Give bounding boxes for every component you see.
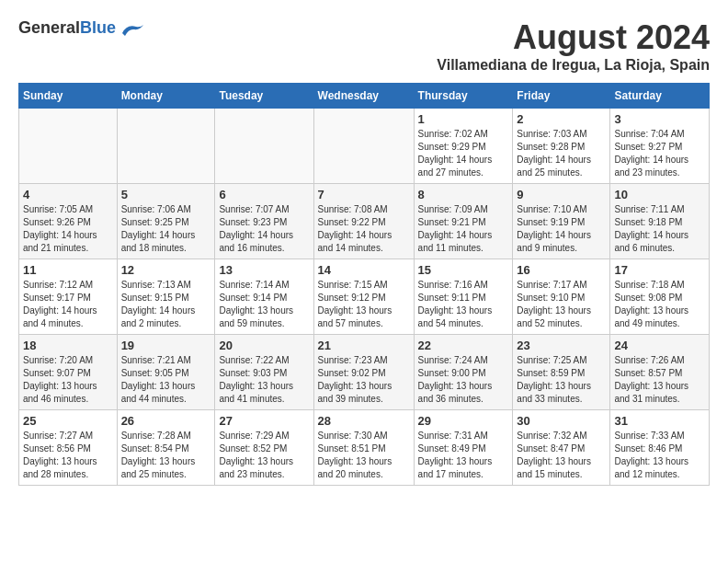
- calendar-body: 1Sunrise: 7:02 AM Sunset: 9:29 PM Daylig…: [19, 109, 710, 486]
- day-number: 13: [219, 263, 309, 277]
- month-title: August 2024: [437, 18, 710, 57]
- day-info: Sunrise: 7:23 AM Sunset: 9:02 PM Dayligh…: [318, 354, 410, 406]
- day-info: Sunrise: 7:13 AM Sunset: 9:15 PM Dayligh…: [121, 279, 211, 330]
- day-number: 15: [418, 263, 509, 277]
- calendar-cell: 6Sunrise: 7:07 AM Sunset: 9:23 PM Daylig…: [215, 184, 313, 259]
- calendar-cell: 19Sunrise: 7:21 AM Sunset: 9:05 PM Dayli…: [117, 335, 215, 410]
- calendar-cell: 23Sunrise: 7:25 AM Sunset: 8:59 PM Dayli…: [513, 335, 610, 410]
- day-number: 27: [219, 414, 309, 428]
- logo: GeneralBlue: [18, 18, 145, 38]
- calendar-cell: 13Sunrise: 7:14 AM Sunset: 9:14 PM Dayli…: [215, 259, 313, 335]
- day-info: Sunrise: 7:05 AM Sunset: 9:26 PM Dayligh…: [23, 203, 113, 255]
- day-info: Sunrise: 7:21 AM Sunset: 9:05 PM Dayligh…: [121, 354, 211, 406]
- day-info: Sunrise: 7:11 AM Sunset: 9:18 PM Dayligh…: [614, 203, 705, 255]
- day-number: 23: [517, 339, 606, 352]
- day-number: 16: [517, 263, 606, 277]
- calendar-week-row: 18Sunrise: 7:20 AM Sunset: 9:07 PM Dayli…: [19, 335, 710, 410]
- day-number: 17: [614, 263, 705, 277]
- day-number: 21: [318, 339, 410, 352]
- day-info: Sunrise: 7:06 AM Sunset: 9:25 PM Dayligh…: [121, 203, 211, 255]
- day-number: 22: [418, 339, 509, 352]
- day-info: Sunrise: 7:12 AM Sunset: 9:17 PM Dayligh…: [23, 279, 113, 330]
- day-info: Sunrise: 7:31 AM Sunset: 8:49 PM Dayligh…: [418, 430, 509, 481]
- day-number: 28: [318, 414, 410, 428]
- day-info: Sunrise: 7:32 AM Sunset: 8:47 PM Dayligh…: [517, 430, 606, 481]
- logo-blue: Blue: [80, 18, 116, 37]
- day-info: Sunrise: 7:26 AM Sunset: 8:57 PM Dayligh…: [614, 354, 705, 406]
- day-number: 11: [23, 263, 113, 277]
- page-header: GeneralBlue August 2024 Villamediana de …: [18, 18, 710, 74]
- day-info: Sunrise: 7:02 AM Sunset: 9:29 PM Dayligh…: [418, 128, 509, 179]
- calendar-cell: 14Sunrise: 7:15 AM Sunset: 9:12 PM Dayli…: [313, 259, 414, 335]
- title-section: August 2024 Villamediana de Iregua, La R…: [437, 18, 710, 74]
- calendar-cell: 24Sunrise: 7:26 AM Sunset: 8:57 PM Dayli…: [610, 335, 710, 410]
- day-info: Sunrise: 7:24 AM Sunset: 9:00 PM Dayligh…: [418, 354, 509, 406]
- calendar-cell: 8Sunrise: 7:09 AM Sunset: 9:21 PM Daylig…: [414, 184, 513, 259]
- day-info: Sunrise: 7:08 AM Sunset: 9:22 PM Dayligh…: [318, 203, 410, 255]
- calendar-cell: 22Sunrise: 7:24 AM Sunset: 9:00 PM Dayli…: [414, 335, 513, 410]
- calendar-cell: 1Sunrise: 7:02 AM Sunset: 9:29 PM Daylig…: [414, 109, 513, 184]
- day-info: Sunrise: 7:07 AM Sunset: 9:23 PM Dayligh…: [219, 203, 309, 255]
- day-info: Sunrise: 7:28 AM Sunset: 8:54 PM Dayligh…: [121, 430, 211, 481]
- logo-general: General: [18, 18, 80, 37]
- day-info: Sunrise: 7:33 AM Sunset: 8:46 PM Dayligh…: [614, 430, 705, 481]
- calendar-cell: 26Sunrise: 7:28 AM Sunset: 8:54 PM Dayli…: [117, 410, 215, 486]
- calendar-cell: [19, 109, 118, 184]
- calendar-cell: 12Sunrise: 7:13 AM Sunset: 9:15 PM Dayli…: [117, 259, 215, 335]
- day-number: 26: [121, 414, 211, 428]
- day-number: 12: [121, 263, 211, 277]
- weekday-header-tuesday: Tuesday: [215, 84, 313, 109]
- day-number: 24: [614, 339, 705, 352]
- day-info: Sunrise: 7:27 AM Sunset: 8:56 PM Dayligh…: [23, 430, 113, 481]
- weekday-header-thursday: Thursday: [414, 84, 513, 109]
- calendar-week-row: 11Sunrise: 7:12 AM Sunset: 9:17 PM Dayli…: [19, 259, 710, 335]
- calendar-cell: 2Sunrise: 7:03 AM Sunset: 9:28 PM Daylig…: [513, 109, 610, 184]
- calendar-cell: 30Sunrise: 7:32 AM Sunset: 8:47 PM Dayli…: [513, 410, 610, 486]
- calendar-cell: 27Sunrise: 7:29 AM Sunset: 8:52 PM Dayli…: [215, 410, 313, 486]
- day-number: 9: [517, 188, 606, 201]
- logo-bird-icon: [118, 19, 145, 38]
- calendar-cell: 9Sunrise: 7:10 AM Sunset: 9:19 PM Daylig…: [513, 184, 610, 259]
- calendar-cell: 11Sunrise: 7:12 AM Sunset: 9:17 PM Dayli…: [19, 259, 118, 335]
- calendar-cell: 31Sunrise: 7:33 AM Sunset: 8:46 PM Dayli…: [610, 410, 710, 486]
- calendar-week-row: 25Sunrise: 7:27 AM Sunset: 8:56 PM Dayli…: [19, 410, 710, 486]
- calendar-cell: 28Sunrise: 7:30 AM Sunset: 8:51 PM Dayli…: [313, 410, 414, 486]
- day-number: 25: [23, 414, 113, 428]
- calendar-cell: 3Sunrise: 7:04 AM Sunset: 9:27 PM Daylig…: [610, 109, 710, 184]
- day-number: 10: [614, 188, 705, 201]
- calendar-cell: [215, 109, 313, 184]
- day-number: 5: [121, 188, 211, 201]
- day-info: Sunrise: 7:14 AM Sunset: 9:14 PM Dayligh…: [219, 279, 309, 330]
- calendar-cell: [117, 109, 215, 184]
- day-number: 8: [418, 188, 509, 201]
- day-number: 14: [318, 263, 410, 277]
- calendar-cell: 18Sunrise: 7:20 AM Sunset: 9:07 PM Dayli…: [19, 335, 118, 410]
- calendar-cell: 7Sunrise: 7:08 AM Sunset: 9:22 PM Daylig…: [313, 184, 414, 259]
- calendar-cell: 17Sunrise: 7:18 AM Sunset: 9:08 PM Dayli…: [610, 259, 710, 335]
- day-number: 2: [517, 112, 606, 126]
- calendar-cell: 21Sunrise: 7:23 AM Sunset: 9:02 PM Dayli…: [313, 335, 414, 410]
- calendar-table: SundayMondayTuesdayWednesdayThursdayFrid…: [18, 83, 710, 486]
- weekday-header-monday: Monday: [117, 84, 215, 109]
- calendar-cell: 16Sunrise: 7:17 AM Sunset: 9:10 PM Dayli…: [513, 259, 610, 335]
- day-info: Sunrise: 7:04 AM Sunset: 9:27 PM Dayligh…: [614, 128, 705, 179]
- day-number: 3: [614, 112, 705, 126]
- calendar-cell: 20Sunrise: 7:22 AM Sunset: 9:03 PM Dayli…: [215, 335, 313, 410]
- day-info: Sunrise: 7:18 AM Sunset: 9:08 PM Dayligh…: [614, 279, 705, 330]
- day-number: 1: [418, 112, 509, 126]
- weekday-header-friday: Friday: [513, 84, 610, 109]
- calendar-cell: 10Sunrise: 7:11 AM Sunset: 9:18 PM Dayli…: [610, 184, 710, 259]
- day-number: 19: [121, 339, 211, 352]
- day-info: Sunrise: 7:16 AM Sunset: 9:11 PM Dayligh…: [418, 279, 509, 330]
- calendar-cell: 4Sunrise: 7:05 AM Sunset: 9:26 PM Daylig…: [19, 184, 118, 259]
- day-info: Sunrise: 7:03 AM Sunset: 9:28 PM Dayligh…: [517, 128, 606, 179]
- day-info: Sunrise: 7:30 AM Sunset: 8:51 PM Dayligh…: [318, 430, 410, 481]
- day-number: 31: [614, 414, 705, 428]
- weekday-header-wednesday: Wednesday: [313, 84, 414, 109]
- day-info: Sunrise: 7:17 AM Sunset: 9:10 PM Dayligh…: [517, 279, 606, 330]
- day-info: Sunrise: 7:20 AM Sunset: 9:07 PM Dayligh…: [23, 354, 113, 406]
- day-info: Sunrise: 7:09 AM Sunset: 9:21 PM Dayligh…: [418, 203, 509, 255]
- weekday-header-saturday: Saturday: [610, 84, 710, 109]
- calendar-cell: 5Sunrise: 7:06 AM Sunset: 9:25 PM Daylig…: [117, 184, 215, 259]
- weekday-header-row: SundayMondayTuesdayWednesdayThursdayFrid…: [19, 84, 710, 109]
